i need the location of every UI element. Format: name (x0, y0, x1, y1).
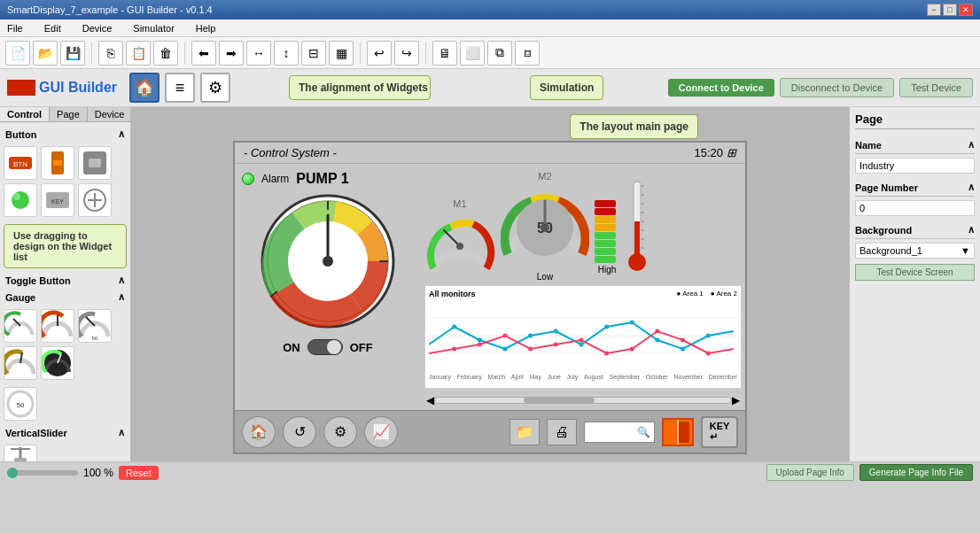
widget-button-2[interactable] (41, 146, 74, 180)
settings-nav-btn[interactable]: ⚙ (323, 416, 357, 448)
toolbar-copy[interactable]: ⎘ (98, 41, 123, 66)
upload-button[interactable]: Upload Page Info (766, 464, 854, 481)
canvas-right-btns: 📁 🖨 🔍 KEY↵ (509, 416, 738, 448)
toolbar-monitor[interactable]: 🖥 (432, 41, 457, 66)
svg-rect-6 (53, 160, 62, 166)
test-device-button[interactable]: Test Device (899, 78, 973, 97)
canvas-header: - Control System - 15:20 ⊞ (235, 143, 745, 164)
generate-button[interactable]: Generate Page Info File (859, 464, 973, 481)
chart-nav-btn[interactable]: 📈 (364, 416, 398, 448)
menu-simulator[interactable]: Simulator (129, 21, 177, 35)
reload-nav-btn[interactable]: ↺ (283, 416, 316, 448)
minimize-button[interactable]: − (927, 4, 941, 16)
scroll-left-btn[interactable]: ◀ (426, 394, 434, 406)
widget-add-btn[interactable] (78, 183, 112, 217)
widget-vslider[interactable] (4, 445, 37, 461)
scroll-track[interactable] (434, 397, 732, 404)
zoom-slider[interactable] (7, 470, 78, 476)
toggle-section-header[interactable]: Toggle Button ∧ (4, 272, 127, 289)
gauge-section-header[interactable]: Gauge ∧ (4, 289, 127, 306)
widget-button-3[interactable] (78, 146, 112, 180)
toolbar-new[interactable]: 📄 (5, 41, 30, 66)
page-number-label: Page Number (855, 182, 918, 193)
background-section-header[interactable]: Background ∧ (855, 221, 975, 239)
orange-toggle-btn[interactable] (662, 418, 694, 446)
widget-button-1[interactable]: BTN (4, 146, 37, 180)
svg-point-72 (528, 347, 533, 352)
center-area: The layout main page - Control System - … (131, 107, 849, 461)
widget-gauge-2[interactable] (41, 309, 74, 343)
widget-led-1[interactable] (4, 183, 37, 217)
toolbar-layout[interactable]: ▦ (329, 41, 354, 66)
name-input[interactable] (855, 158, 975, 174)
background-dropdown[interactable]: Background_1 ▼ (855, 243, 975, 259)
tab-control[interactable]: Control (0, 107, 50, 121)
design-canvas[interactable]: - Control System - 15:20 ⊞ Alarm PUMP 1 (233, 141, 747, 454)
canvas-time: 15:20 (694, 146, 723, 159)
svg-rect-81 (679, 422, 689, 443)
widget-gauge-3[interactable]: 50 (78, 309, 112, 343)
toolbar-paste-screen[interactable]: ⧈ (515, 41, 540, 66)
toolbar-paste[interactable]: 📋 (126, 41, 151, 66)
toolbar-sep-2 (184, 43, 185, 64)
maximize-button[interactable]: □ (943, 4, 957, 16)
area2-legend: ● Area 2 (711, 290, 737, 298)
toolbar-distribute[interactable]: ⊟ (301, 41, 326, 66)
simulation-callout: Simulation (530, 75, 603, 100)
toolbar-delete[interactable]: 🗑 (153, 41, 178, 66)
page-number-section-header[interactable]: Page Number ∧ (855, 179, 975, 197)
alarm-label: Alarm (261, 173, 289, 185)
connect-device-button[interactable]: Connect to Device (668, 79, 774, 97)
toggle-switch[interactable] (307, 339, 343, 355)
search-bar[interactable]: 🔍 (584, 422, 655, 443)
key-nav-btn[interactable]: KEY↵ (701, 416, 738, 448)
button-widget-grid: BTN (4, 143, 127, 221)
logo-icon (7, 80, 35, 96)
toolbar-align-right[interactable]: ➡ (219, 41, 244, 66)
name-section-header[interactable]: Name ∧ (855, 136, 975, 154)
toolbar-undo[interactable]: ↩ (367, 41, 392, 66)
menu-device[interactable]: Device (79, 21, 116, 35)
canvas-title: - Control System - (244, 146, 337, 159)
svg-point-67 (681, 347, 685, 352)
toolbar-monitor2[interactable]: ⬜ (460, 41, 485, 66)
reset-button[interactable]: Reset (119, 466, 159, 480)
disconnect-device-button[interactable]: Disconnect to Device (780, 78, 894, 97)
menu-help[interactable]: Help (192, 21, 220, 35)
vslider-section-header[interactable]: VerticalSlider ∧ (4, 424, 127, 441)
svg-text:BTN: BTN (13, 160, 27, 168)
home-tool-btn[interactable]: 🏠 (129, 73, 159, 103)
widget-gauge-4[interactable] (4, 346, 37, 380)
test-screen-button[interactable]: Test Device Screen (855, 264, 975, 281)
menu-file[interactable]: File (4, 21, 27, 35)
widget-key-btn[interactable]: KEY (41, 183, 74, 217)
toolbar-align-left[interactable]: ⬅ (191, 41, 216, 66)
m2-label: M2 (538, 171, 551, 182)
print-btn[interactable]: 🖨 (547, 419, 577, 445)
gauge-widget-grid: 50 (4, 306, 127, 383)
list-tool-btn[interactable]: ≡ (165, 73, 195, 103)
widget-gauge-dark[interactable] (41, 346, 74, 380)
folder-btn[interactable]: 📁 (509, 419, 540, 445)
scroll-right-btn[interactable]: ▶ (732, 394, 740, 406)
toolbar-save[interactable]: 💾 (60, 41, 85, 66)
svg-text:50: 50 (92, 336, 98, 341)
tab-page[interactable]: Page (50, 107, 88, 121)
toolbar-open[interactable]: 📂 (33, 41, 58, 66)
svg-rect-8 (89, 159, 101, 167)
toolbar-sep-1 (91, 43, 92, 64)
widget-gauge-1[interactable] (4, 309, 37, 343)
settings-tool-btn[interactable]: ⚙ (200, 73, 230, 103)
toolbar-redo[interactable]: ↪ (394, 41, 419, 66)
close-button[interactable]: ✕ (959, 4, 973, 16)
button-section-header[interactable]: Button ∧ (4, 126, 127, 143)
page-number-input[interactable] (855, 200, 975, 216)
right-panel: Page Name ∧ Page Number ∧ Background ∧ B… (849, 107, 980, 461)
tab-device[interactable]: Device (88, 107, 133, 121)
toolbar-copy-screen[interactable]: ⧉ (487, 41, 512, 66)
toolbar-align-h[interactable]: ↔ (246, 41, 271, 66)
widget-round-gauge[interactable]: 50 (4, 387, 37, 421)
menu-edit[interactable]: Edit (41, 21, 65, 35)
home-nav-btn[interactable]: 🏠 (242, 416, 276, 448)
toolbar-align-v[interactable]: ↕ (274, 41, 299, 66)
